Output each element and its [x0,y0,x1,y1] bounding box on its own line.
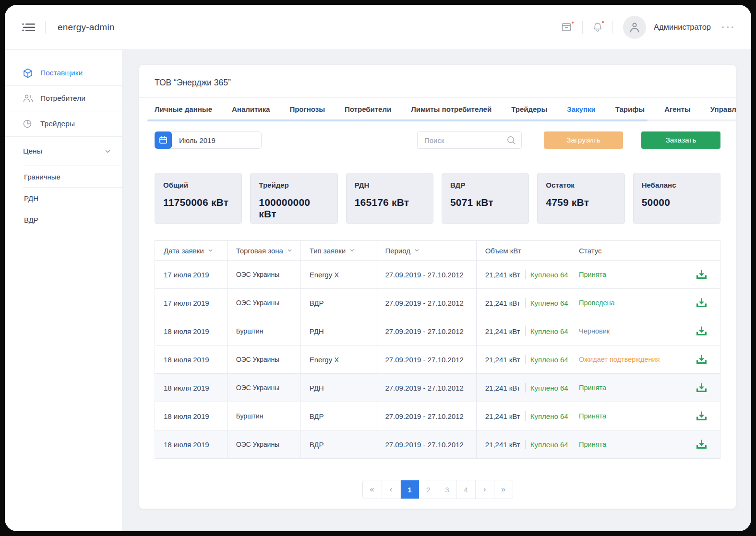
download-button[interactable] [696,411,708,421]
bought-value: Куплено 64 [530,356,568,364]
stat-card: ВДР 5071 кВт [442,173,529,224]
stat-card: РДН 165176 кВт [346,173,433,224]
sidebar-subitem-boundary-prices[interactable]: Граничные [5,166,122,187]
tab-8[interactable]: Тарифы [615,105,645,113]
stat-label: ВДР [450,181,520,189]
divider [525,411,526,421]
pagination-page-2[interactable]: 2 [419,480,438,499]
cell-status: Принята [570,402,720,430]
purchases-table: Дата заявки Торговая зона Тип заявки Пер… [155,240,720,459]
stats-row: Общий 11750006 кВт Трейдер 100000000 кВт… [155,173,720,224]
cell-request-type: ВДР [301,402,377,430]
tab-scrollbar[interactable] [147,119,736,121]
cell-volume: 21,241 кВт Куплено 64 [477,430,570,458]
sort-chevron-icon [208,249,213,252]
bought-value: Куплено 64 [530,299,568,307]
cell-request-type: Energy X [301,261,377,288]
volume-value: 21,241 кВт [485,356,520,364]
sidebar-subitem-rdn[interactable]: РДН [5,188,122,209]
order-button[interactable]: Заказать [641,131,720,149]
table-row[interactable]: 18 июля 2019 Бурштин ВДР 27.09.2019 - 27… [155,402,720,430]
tab-7[interactable]: Закупки [567,105,595,113]
download-button[interactable] [696,298,708,308]
tab-10[interactable]: Управление поль [710,105,736,113]
cell-period: 27.09.2019 - 27.10.2012 [376,430,476,458]
cell-period: 27.09.2019 - 27.10.2012 [376,345,476,373]
menu-toggle-button[interactable] [22,23,35,32]
pagination: «‹1234›» [155,480,720,499]
cell-request-type: Energy X [301,345,377,373]
table-row[interactable]: 17 июля 2019 ОЭС Украины Energy X 27.09.… [155,260,720,288]
pagination-first-button[interactable]: « [363,480,382,499]
tab-9[interactable]: Агенты [664,105,691,113]
sidebar-item-suppliers[interactable]: Поставщики [5,60,122,85]
tab-5[interactable]: Лимиты потребителей [411,105,492,113]
sidebar-subitem-vdr[interactable]: ВДР [5,209,122,230]
stat-value: 50000 [642,197,712,208]
archive-button[interactable] [562,23,572,32]
toolbar: Загрузить Заказать [155,131,720,149]
stat-card: Общий 11750006 кВт [155,173,242,224]
column-header-3[interactable]: Тип заявки [301,241,377,260]
table-header-row: Дата заявки Торговая зона Тип заявки Пер… [155,241,720,260]
search-input[interactable] [417,131,522,149]
search-box [417,131,522,149]
sidebar-item-consumers[interactable]: Потребители [5,86,122,111]
cell-trade-zone: ОЭС Украины [228,289,301,317]
stat-label: РДН [355,181,425,189]
notification-dot [571,21,575,24]
download-icon [696,411,708,421]
tab-2[interactable]: Аналитика [232,105,270,113]
avatar[interactable] [623,16,646,39]
pagination-page-3[interactable]: 3 [438,480,456,499]
stat-label: Небаланс [642,181,712,189]
column-header-label: Дата заявки [164,247,204,255]
divider [612,21,613,34]
column-header-label: Период [385,247,410,255]
column-header-5[interactable]: Объем кВт [477,241,570,260]
tab-3[interactable]: Прогнозы [289,105,325,113]
pagination-page-1[interactable]: 1 [400,480,419,499]
divider [582,21,583,34]
download-button[interactable] [696,354,708,365]
stat-label: Трейдер [259,181,329,189]
table-row[interactable]: 18 июля 2019 ОЭС Украины РДН 27.09.2019 … [155,373,720,402]
sidebar-item-prices[interactable]: Цены [5,137,122,166]
table-row[interactable]: 18 июля 2019 ОЭС Украины ВДР 27.09.2019 … [155,430,720,458]
table-body: 17 июля 2019 ОЭС Украины Energy X 27.09.… [155,260,720,458]
chevron-down-icon [105,150,110,153]
download-button[interactable] [696,326,708,336]
table-row[interactable]: 17 июля 2019 ОЭС Украины ВДР 27.09.2019 … [155,288,720,317]
pagination-page-4[interactable]: 4 [456,480,475,499]
download-button[interactable] [696,269,708,280]
notifications-button[interactable] [593,22,602,32]
user-menu-button[interactable] [721,26,734,29]
sidebar: Поставщики Потребители [5,50,122,531]
table-row[interactable]: 18 июля 2019 Бурштин РДН 27.09.2019 - 27… [155,317,720,345]
volume-value: 21,241 кВт [485,299,520,307]
stat-card: Остаток 4759 кВт [537,173,624,224]
tab-6[interactable]: Трейдеры [511,105,547,113]
download-button[interactable] [696,439,708,450]
column-header-1[interactable]: Дата заявки [155,241,228,260]
tab-1[interactable]: Личные данные [155,105,212,113]
table-row[interactable]: 18 июля 2019 ОЭС Украины Energy X 27.09.… [155,345,720,373]
column-header-4[interactable]: Период [376,241,476,260]
cube-icon [23,68,33,78]
status-badge: Принята [579,412,606,420]
pagination-last-button[interactable]: » [494,480,513,499]
calendar-button[interactable] [155,131,172,149]
bought-value: Куплено 64 [530,271,568,279]
tab-4[interactable]: Потребители [345,105,391,113]
column-header-2[interactable]: Торговая зона [228,241,301,260]
volume-value: 21,241 кВт [485,327,520,335]
download-button[interactable] [696,382,708,393]
pagination-prev-button[interactable]: ‹ [382,480,400,499]
cell-request-date: 18 июля 2019 [155,430,228,458]
pagination-next-button[interactable]: › [475,480,494,499]
cell-period: 27.09.2019 - 27.10.2012 [376,402,476,430]
upload-button[interactable]: Загрузить [544,131,623,149]
column-header-6[interactable]: Статус [570,241,720,260]
stat-value: 4759 кВт [546,197,616,208]
sidebar-item-traders[interactable]: Трейдеры [5,111,122,136]
